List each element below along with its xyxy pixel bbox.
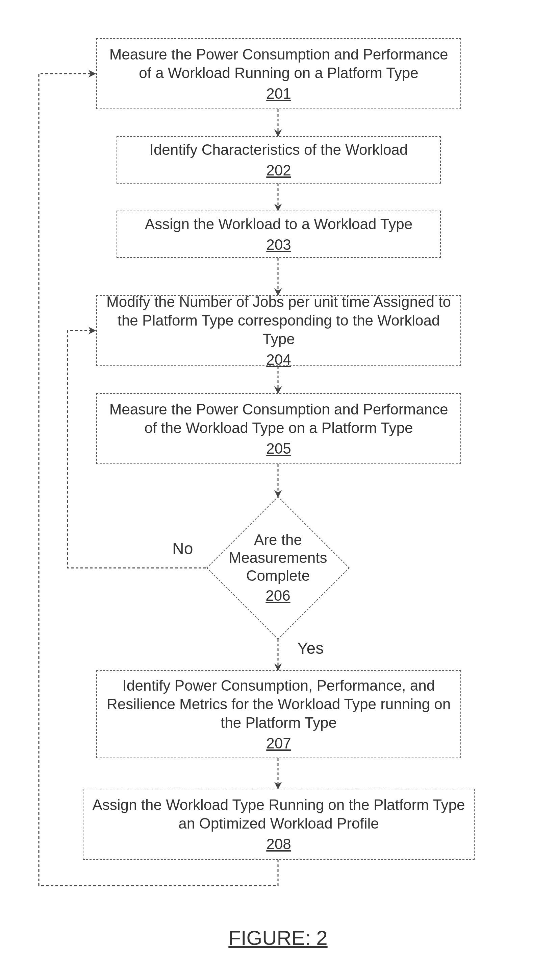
label-yes: Yes bbox=[297, 639, 323, 658]
decision-206-ref: 206 bbox=[265, 587, 290, 605]
step-205: Measure the Power Consumption and Perfor… bbox=[96, 393, 461, 464]
step-204-ref: 204 bbox=[266, 350, 291, 369]
label-no: No bbox=[172, 539, 193, 558]
step-203: Assign the Workload to a Workload Type 2… bbox=[116, 211, 441, 258]
step-208-text: Assign the Workload Type Running on the … bbox=[90, 795, 467, 833]
decision-206: Are the Measurements Complete 206 bbox=[206, 497, 350, 639]
step-201-ref: 201 bbox=[266, 84, 291, 103]
step-202-ref: 202 bbox=[266, 161, 291, 180]
step-204-text: Modify the Number of Jobs per unit time … bbox=[104, 292, 454, 348]
step-208-ref: 208 bbox=[266, 835, 291, 853]
step-205-text: Measure the Power Consumption and Perfor… bbox=[104, 400, 454, 437]
step-202-text: Identify Characteristics of the Workload bbox=[150, 140, 408, 159]
step-202: Identify Characteristics of the Workload… bbox=[116, 136, 441, 183]
step-207: Identify Power Consumption, Performance,… bbox=[96, 671, 461, 758]
step-203-text: Assign the Workload to a Workload Type bbox=[145, 215, 412, 233]
step-208: Assign the Workload Type Running on the … bbox=[83, 789, 475, 860]
step-207-text: Identify Power Consumption, Performance,… bbox=[104, 676, 454, 732]
figure-caption: FIGURE: 2 bbox=[0, 926, 556, 949]
flowchart-canvas: Measure the Power Consumption and Perfor… bbox=[0, 0, 556, 980]
step-207-ref: 207 bbox=[266, 734, 291, 753]
step-203-ref: 203 bbox=[266, 235, 291, 254]
step-205-ref: 205 bbox=[266, 439, 291, 458]
step-201-text: Measure the Power Consumption and Perfor… bbox=[104, 45, 454, 82]
step-204: Modify the Number of Jobs per unit time … bbox=[96, 295, 461, 366]
decision-206-text: Are the Measurements Complete bbox=[224, 531, 332, 585]
step-201: Measure the Power Consumption and Perfor… bbox=[96, 38, 461, 109]
